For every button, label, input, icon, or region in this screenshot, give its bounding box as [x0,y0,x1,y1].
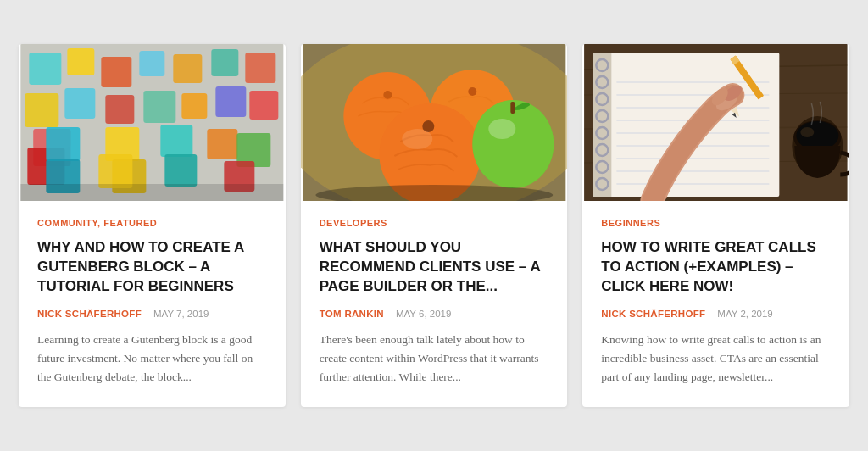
card-1-meta: NICK SCHÄFERHOFF MAY 7, 2019 [37,309,267,319]
svg-rect-11 [143,91,175,123]
card-3-category: BEGINNERS [601,218,831,228]
card-3-image [582,44,849,201]
card-2-category: DEVELOPERS [320,218,549,228]
svg-point-35 [468,87,476,96]
card-2[interactable]: DEVELOPERS WHAT SHOULD YOU RECOMMEND CLI… [301,44,568,408]
card-3-author: NICK SCHÄFERHOFF [601,309,705,319]
svg-rect-14 [249,91,278,120]
svg-rect-28 [20,184,283,201]
svg-rect-51 [593,53,612,197]
svg-rect-6 [211,49,238,76]
card-1[interactable]: COMMUNITY, FEATURED WHY AND HOW TO CREAT… [19,44,286,408]
card-3-body: BEGINNERS HOW TO WRITE GREAT CALLS TO AC… [582,201,849,408]
svg-rect-23 [160,125,192,157]
card-1-author: NICK SCHÄFERHOFF [37,309,142,319]
card-3-meta: NICK SCHÄFERHOFF MAY 2, 2019 [601,309,831,319]
svg-rect-12 [181,93,207,119]
svg-rect-2 [67,48,94,75]
card-3[interactable]: BEGINNERS HOW TO WRITE GREAT CALLS TO AC… [582,44,849,408]
cards-container: COMMUNITY, FEATURED WHY AND HOW TO CREAT… [19,44,849,408]
card-2-date: MAY 6, 2019 [396,309,451,319]
svg-point-41 [488,119,515,139]
svg-rect-3 [101,57,131,87]
card-2-image [301,44,568,201]
svg-rect-22 [98,154,132,188]
card-1-image [19,44,286,201]
svg-rect-4 [139,51,164,76]
svg-rect-7 [245,53,275,83]
card-1-body: COMMUNITY, FEATURED WHY AND HOW TO CREAT… [19,201,286,408]
svg-point-79 [801,127,815,137]
svg-rect-24 [164,154,197,187]
card-3-date: MAY 2, 2019 [717,309,772,319]
card-2-body: DEVELOPERS WHAT SHOULD YOU RECOMMEND CLI… [301,201,568,408]
card-3-excerpt: Knowing how to write great calls to acti… [601,331,831,387]
card-2-author: TOM RANKIN [320,309,384,319]
card-1-excerpt: Learning to create a Gutenberg block is … [37,331,267,387]
card-3-title[interactable]: HOW TO WRITE GREAT CALLS TO ACTION (+EXA… [601,238,831,297]
svg-rect-42 [510,102,515,114]
card-1-category: COMMUNITY, FEATURED [37,218,267,228]
svg-rect-13 [215,86,246,117]
card-1-date: MAY 7, 2019 [153,309,209,319]
svg-rect-10 [105,95,134,124]
svg-rect-18 [46,127,80,161]
svg-rect-5 [173,54,202,83]
svg-rect-9 [64,88,95,119]
card-2-excerpt: There's been enough talk lately about ho… [320,331,549,387]
card-1-title[interactable]: WHY AND HOW TO CREATE A GUTENBERG BLOCK … [37,238,267,297]
svg-rect-25 [207,129,237,159]
card-2-title[interactable]: WHAT SHOULD YOU RECOMMEND CLIENTS USE – … [320,238,549,297]
svg-rect-1 [29,53,61,85]
card-2-meta: TOM RANKIN MAY 6, 2019 [320,309,549,319]
svg-point-38 [402,129,432,149]
svg-rect-8 [25,93,58,127]
